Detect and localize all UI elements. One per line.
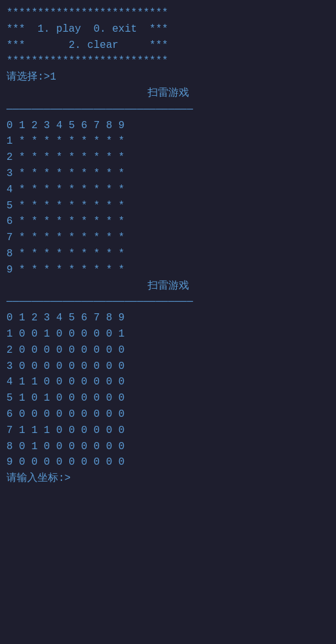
revealed-row-1: 1 0 0 1 0 0 0 0 0 1 bbox=[6, 326, 330, 342]
revealed-row-8: 8 0 1 0 0 0 0 0 0 0 bbox=[6, 439, 330, 455]
masked-row-2: 2 * * * * * * * * * bbox=[6, 150, 330, 166]
revealed-row-4: 4 1 1 0 0 0 0 0 0 0 bbox=[6, 374, 330, 390]
divider-2: —————————————————————————————— bbox=[6, 294, 330, 310]
prompt-select: 请选择:>1 bbox=[6, 69, 330, 85]
game-title-1: 扫雷游戏 bbox=[6, 85, 330, 102]
revealed-row-7: 7 1 1 1 0 0 0 0 0 0 bbox=[6, 423, 330, 439]
revealed-row-3: 3 0 0 0 0 0 0 0 0 0 bbox=[6, 359, 330, 375]
masked-row-3: 3 * * * * * * * * * bbox=[6, 166, 330, 182]
masked-row-8: 8 * * * * * * * * * bbox=[6, 246, 330, 262]
masked-row-1: 1 * * * * * * * * * bbox=[6, 133, 330, 150]
menu-border-bottom: ************************** bbox=[6, 53, 330, 69]
divider-1: —————————————————————————————— bbox=[6, 102, 330, 118]
game-title-2: 扫雷游戏 bbox=[6, 278, 330, 294]
menu-play-exit: *** 1. play 0. exit *** bbox=[6, 21, 330, 38]
menu-border-top: ************************** bbox=[6, 5, 330, 21]
revealed-row-5: 5 1 0 1 0 0 0 0 0 0 bbox=[6, 390, 330, 406]
masked-row-9: 9 * * * * * * * * * bbox=[6, 262, 330, 278]
masked-row-7: 7 * * * * * * * * * bbox=[6, 230, 330, 246]
prompt-coordinate[interactable]: 请输入坐标:> bbox=[6, 471, 330, 487]
menu-clear: *** 2. clear *** bbox=[6, 38, 330, 54]
masked-row-4: 4 * * * * * * * * * bbox=[6, 182, 330, 198]
masked-row-6: 6 * * * * * * * * * bbox=[6, 214, 330, 230]
masked-row-5: 5 * * * * * * * * * bbox=[6, 198, 330, 214]
grid-header-2: 0 1 2 3 4 5 6 7 8 9 bbox=[6, 310, 330, 326]
revealed-row-2: 2 0 0 0 0 0 0 0 0 0 bbox=[6, 342, 330, 359]
grid-header-1: 0 1 2 3 4 5 6 7 8 9 bbox=[6, 118, 330, 134]
revealed-row-6: 6 0 0 0 0 0 0 0 0 0 bbox=[6, 406, 330, 423]
revealed-row-9: 9 0 0 0 0 0 0 0 0 0 bbox=[6, 454, 330, 471]
